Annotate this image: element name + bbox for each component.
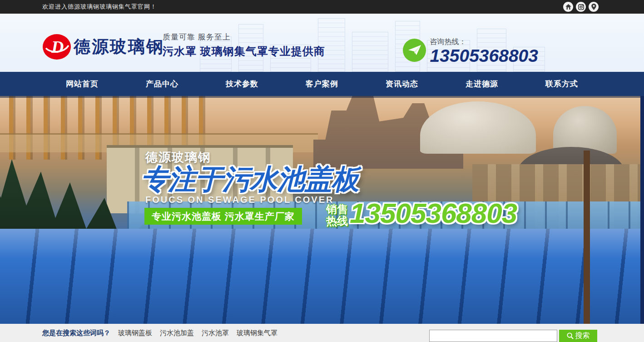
magnifier-icon <box>567 332 574 339</box>
main-nav: 网站首页 产品中心 技术参数 客户案例 资讯动态 走进德源 联系方式 <box>0 72 644 96</box>
banner-subline-en: FOUCS ON SEWAGE POOL COVER <box>145 195 334 205</box>
header-slogan: 质量可靠 服务至上 污水罩 玻璃钢集气罩专业提供商 <box>163 32 325 59</box>
nav-item-news[interactable]: 资讯动态 <box>362 72 442 96</box>
keyword-link-2[interactable]: 污水池加盖 <box>160 329 194 337</box>
banner-hotline-label-line1: 销售 <box>325 203 349 215</box>
banner-headline: 专注于污水池盖板 <box>141 161 359 198</box>
nav-item-cases[interactable]: 客户案例 <box>282 72 362 96</box>
topbar: 欢迎进入德源玻璃钢玻璃钢集气罩官网！ <box>0 0 644 14</box>
keyword-link-4[interactable]: 玻璃钢集气罩 <box>237 329 277 337</box>
logo-red-mark: D <box>42 34 71 60</box>
nav-item-products[interactable]: 产品中心 <box>122 72 202 96</box>
slogan-small: 质量可靠 服务至上 <box>163 32 325 42</box>
hotline-number: 13505368803 <box>430 47 538 65</box>
paper-plane-icon <box>403 39 426 62</box>
keyword-link-1[interactable]: 玻璃钢盖板 <box>118 329 152 337</box>
slogan-big: 污水罩 玻璃钢集气罩专业提供商 <box>163 44 325 59</box>
nav-item-home[interactable]: 网站首页 <box>42 72 122 96</box>
banner-hotline-label-line2: 热线 <box>325 215 349 227</box>
keyword-link-3[interactable]: 污水池罩 <box>202 329 229 337</box>
header-hotline: 咨询热线： 13505368803 <box>403 37 538 65</box>
search-button[interactable]: 搜索 <box>559 330 597 342</box>
home-icon[interactable] <box>563 2 573 12</box>
search-prompt: 您是在搜索这些词吗？ <box>42 329 110 337</box>
nav-item-specs[interactable]: 技术参数 <box>202 72 282 96</box>
banner-hotline-number: 13505368803 <box>350 197 517 229</box>
nav-item-contact[interactable]: 联系方式 <box>522 72 602 96</box>
nav-item-about[interactable]: 走进德源 <box>442 72 522 96</box>
social-links <box>563 2 599 12</box>
search-button-label: 搜索 <box>575 331 590 341</box>
site-header: D 德源玻璃钢 质量可靠 服务至上 污水罩 玻璃钢集气罩专业提供商 咨询热线： … <box>0 14 644 72</box>
svg-text:D: D <box>51 37 64 56</box>
search-strip: 您是在搜索这些词吗？ 玻璃钢盖板 污水池加盖 污水池罩 玻璃钢集气罩 搜索 <box>0 324 644 342</box>
location-icon[interactable] <box>589 2 599 12</box>
search-input[interactable] <box>429 330 557 342</box>
banner-hotline-label: 销售 热线 <box>325 203 349 227</box>
hero-banner: 德源玻璃钢 专注于污水池盖板 FOUCS ON SEWAGE POOL COVE… <box>0 96 644 324</box>
banner-badge[interactable]: 专业污水池盖板 污水罩生产厂家 <box>144 208 302 225</box>
welcome-text: 欢迎进入德源玻璃钢玻璃钢集气罩官网！ <box>42 0 157 14</box>
hotline-label: 咨询热线： <box>430 37 538 47</box>
logo[interactable]: D 德源玻璃钢 <box>42 34 164 60</box>
instagram-icon[interactable] <box>576 2 586 12</box>
logo-text: 德源玻璃钢 <box>74 35 164 58</box>
